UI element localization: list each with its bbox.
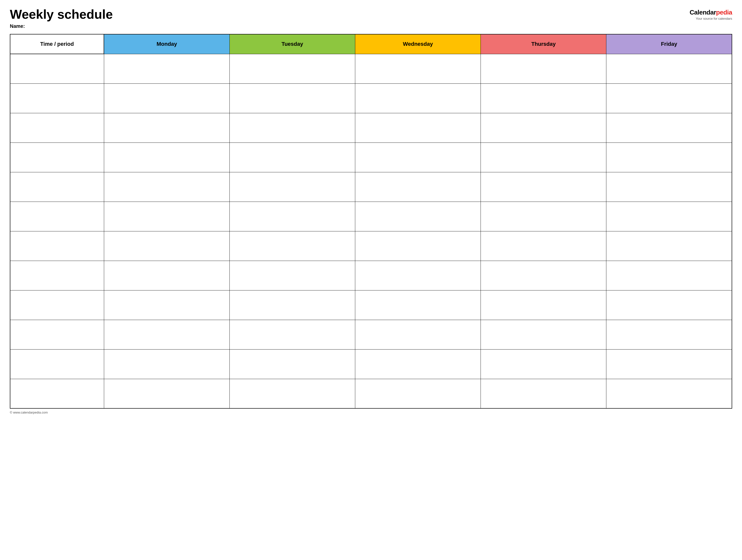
logo-text: Calendarpedia xyxy=(690,9,732,16)
schedule-cell[interactable] xyxy=(606,143,732,172)
schedule-cell[interactable] xyxy=(355,143,481,172)
schedule-cell[interactable] xyxy=(104,290,229,320)
schedule-cell[interactable] xyxy=(606,113,732,143)
time-cell[interactable] xyxy=(10,349,104,379)
schedule-cell[interactable] xyxy=(606,349,732,379)
header-friday: Friday xyxy=(606,34,732,54)
schedule-cell[interactable] xyxy=(606,83,732,113)
time-cell[interactable] xyxy=(10,290,104,320)
schedule-cell[interactable] xyxy=(481,143,606,172)
schedule-cell[interactable] xyxy=(229,290,355,320)
schedule-cell[interactable] xyxy=(229,349,355,379)
schedule-cell[interactable] xyxy=(104,320,229,349)
schedule-cell[interactable] xyxy=(606,379,732,408)
schedule-cell[interactable] xyxy=(481,113,606,143)
logo-calendar: Calendar xyxy=(690,9,716,16)
table-row xyxy=(10,172,732,202)
footer-text: © www.calendarpedia.com xyxy=(10,410,48,414)
schedule-cell[interactable] xyxy=(355,379,481,408)
schedule-cell[interactable] xyxy=(229,113,355,143)
table-header-row: Time / period Monday Tuesday Wednesday T… xyxy=(10,34,732,54)
schedule-cell[interactable] xyxy=(606,172,732,202)
schedule-cell[interactable] xyxy=(355,202,481,231)
header-area: Weekly schedule Name: Calendarpedia Your… xyxy=(10,7,732,29)
page-title: Weekly schedule xyxy=(10,7,690,21)
header-thursday: Thursday xyxy=(481,34,606,54)
schedule-cell[interactable] xyxy=(606,261,732,290)
table-row xyxy=(10,54,732,83)
table-row xyxy=(10,231,732,261)
schedule-cell[interactable] xyxy=(104,202,229,231)
schedule-cell[interactable] xyxy=(355,290,481,320)
schedule-cell[interactable] xyxy=(481,231,606,261)
time-cell[interactable] xyxy=(10,202,104,231)
schedule-cell[interactable] xyxy=(481,54,606,83)
header-tuesday: Tuesday xyxy=(229,34,355,54)
schedule-cell[interactable] xyxy=(355,54,481,83)
schedule-cell[interactable] xyxy=(104,379,229,408)
table-row xyxy=(10,261,732,290)
schedule-cell[interactable] xyxy=(104,349,229,379)
time-cell[interactable] xyxy=(10,113,104,143)
schedule-cell[interactable] xyxy=(355,113,481,143)
schedule-cell[interactable] xyxy=(606,320,732,349)
header-time: Time / period xyxy=(10,34,104,54)
schedule-cell[interactable] xyxy=(355,231,481,261)
schedule-cell[interactable] xyxy=(104,231,229,261)
time-cell[interactable] xyxy=(10,320,104,349)
schedule-cell[interactable] xyxy=(355,261,481,290)
schedule-cell[interactable] xyxy=(229,172,355,202)
schedule-cell[interactable] xyxy=(606,202,732,231)
schedule-cell[interactable] xyxy=(229,379,355,408)
schedule-cell[interactable] xyxy=(481,83,606,113)
table-row xyxy=(10,202,732,231)
logo-tagline: Your source for calendars xyxy=(696,17,732,20)
schedule-cell[interactable] xyxy=(104,83,229,113)
schedule-cell[interactable] xyxy=(355,349,481,379)
time-cell[interactable] xyxy=(10,231,104,261)
time-cell[interactable] xyxy=(10,379,104,408)
schedule-cell[interactable] xyxy=(481,261,606,290)
time-cell[interactable] xyxy=(10,172,104,202)
name-label: Name: xyxy=(10,23,690,29)
time-cell[interactable] xyxy=(10,54,104,83)
table-row xyxy=(10,113,732,143)
schedule-cell[interactable] xyxy=(355,320,481,349)
schedule-cell[interactable] xyxy=(606,54,732,83)
schedule-cell[interactable] xyxy=(229,143,355,172)
page-wrapper: Weekly schedule Name: Calendarpedia Your… xyxy=(10,7,732,414)
schedule-cell[interactable] xyxy=(481,349,606,379)
table-row xyxy=(10,320,732,349)
footer: © www.calendarpedia.com xyxy=(10,410,732,414)
schedule-cell[interactable] xyxy=(355,172,481,202)
schedule-cell[interactable] xyxy=(481,202,606,231)
schedule-cell[interactable] xyxy=(104,54,229,83)
schedule-cell[interactable] xyxy=(481,290,606,320)
schedule-cell[interactable] xyxy=(606,290,732,320)
schedule-cell[interactable] xyxy=(355,83,481,113)
schedule-cell[interactable] xyxy=(104,113,229,143)
schedule-cell[interactable] xyxy=(104,143,229,172)
time-cell[interactable] xyxy=(10,261,104,290)
schedule-cell[interactable] xyxy=(606,231,732,261)
schedule-cell[interactable] xyxy=(229,231,355,261)
table-row xyxy=(10,143,732,172)
schedule-table: Time / period Monday Tuesday Wednesday T… xyxy=(10,34,732,409)
schedule-cell[interactable] xyxy=(229,202,355,231)
schedule-cell[interactable] xyxy=(229,320,355,349)
logo-section: Calendarpedia Your source for calendars xyxy=(690,7,732,20)
time-cell[interactable] xyxy=(10,83,104,113)
table-row xyxy=(10,83,732,113)
schedule-cell[interactable] xyxy=(104,172,229,202)
time-cell[interactable] xyxy=(10,143,104,172)
schedule-cell[interactable] xyxy=(229,54,355,83)
schedule-cell[interactable] xyxy=(229,83,355,113)
schedule-cell[interactable] xyxy=(104,261,229,290)
schedule-cell[interactable] xyxy=(481,320,606,349)
schedule-cell[interactable] xyxy=(481,172,606,202)
header-monday: Monday xyxy=(104,34,229,54)
table-row xyxy=(10,349,732,379)
schedule-cell[interactable] xyxy=(481,379,606,408)
logo-pedia: pedia xyxy=(716,9,732,16)
schedule-cell[interactable] xyxy=(229,261,355,290)
